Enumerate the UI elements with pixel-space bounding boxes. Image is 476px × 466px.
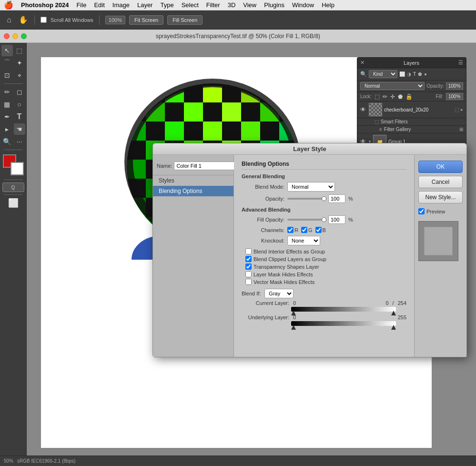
scroll-all-checkbox[interactable] bbox=[41, 17, 47, 23]
opacity-value-input[interactable] bbox=[328, 194, 345, 203]
layer-checkerboard[interactable]: 👁 checkerboard_20x20 ⬚ ▸ bbox=[357, 101, 466, 118]
fill-screen-button[interactable]: Fill Screen bbox=[167, 15, 203, 25]
blending-options-title: Blending Options bbox=[242, 161, 406, 170]
filter-gallery-row[interactable]: ≡ Filter Gallery ⊞ bbox=[357, 126, 466, 133]
channel-r-input[interactable] bbox=[287, 227, 294, 233]
menu-view[interactable]: View bbox=[243, 1, 256, 9]
menu-plugins[interactable]: Plugins bbox=[264, 1, 284, 9]
fit-screen-button[interactable]: Fit Screen bbox=[129, 15, 163, 25]
svg-rect-22 bbox=[165, 122, 184, 141]
shape-icon[interactable]: ⬟ bbox=[418, 71, 422, 77]
menu-window[interactable]: Window bbox=[292, 1, 314, 9]
transparency-shapes-checkbox[interactable] bbox=[245, 263, 252, 270]
channel-g-checkbox[interactable]: G bbox=[301, 227, 313, 233]
more-tools[interactable]: ··· bbox=[14, 136, 25, 147]
blend-mode-select[interactable]: Normal bbox=[360, 82, 425, 90]
smart-filters-label: Smart Filters bbox=[381, 119, 408, 124]
gradient-tool[interactable]: ▦ bbox=[1, 99, 13, 110]
menu-help[interactable]: Help bbox=[322, 1, 334, 9]
sidebar-blending-options[interactable]: Blending Options bbox=[153, 186, 233, 196]
blend-clipped-checkbox[interactable] bbox=[245, 256, 252, 262]
svg-rect-17 bbox=[241, 102, 260, 122]
layer-mask-icon[interactable]: ⬚ bbox=[455, 107, 459, 112]
quick-mask-tool[interactable]: Q bbox=[2, 182, 24, 192]
path-select-tool[interactable]: ▸ bbox=[1, 123, 13, 135]
knockout-select[interactable]: None Shallow Deep bbox=[287, 236, 320, 245]
smart-object-icon[interactable]: ● bbox=[424, 71, 427, 77]
menu-file[interactable]: File bbox=[76, 1, 86, 9]
lock-artboard-icon[interactable]: ⬟ bbox=[398, 93, 403, 100]
menu-type[interactable]: Type bbox=[160, 1, 173, 9]
maximize-button[interactable] bbox=[21, 33, 27, 39]
layers-panel-close-icon[interactable]: ✕ bbox=[360, 60, 365, 66]
lock-all-icon[interactable]: 🔒 bbox=[405, 93, 413, 100]
home-icon[interactable]: ⌂ bbox=[4, 15, 14, 25]
layer-mask-row: Layer Mask Hides Effects bbox=[245, 271, 406, 277]
crop-tool[interactable]: ⊡ bbox=[1, 70, 13, 81]
minimize-button[interactable] bbox=[12, 33, 18, 39]
close-button[interactable] bbox=[4, 33, 10, 39]
kind-select[interactable]: Kind bbox=[369, 70, 397, 78]
layer-mask-checkbox[interactable] bbox=[245, 271, 252, 277]
dodge-tool[interactable]: ○ bbox=[14, 99, 25, 110]
zoom-value[interactable]: 100% bbox=[105, 16, 125, 24]
blend-mode-dropdown[interactable]: Normal Multiply Screen bbox=[287, 182, 335, 192]
fill-opacity-input[interactable] bbox=[328, 215, 345, 224]
menu-layer[interactable]: Layer bbox=[137, 1, 153, 9]
cancel-button[interactable]: Cancel bbox=[418, 176, 463, 188]
opacity-thumb[interactable] bbox=[322, 196, 326, 201]
apple-menu[interactable]: 🍎 bbox=[4, 0, 13, 10]
ok-button[interactable]: OK bbox=[418, 161, 463, 173]
layers-panel-menu-icon[interactable]: ☰ bbox=[458, 60, 463, 66]
layers-panel-header[interactable]: ✕ Layers ☰ bbox=[357, 58, 466, 68]
menu-filter[interactable]: Filter bbox=[206, 1, 220, 9]
blend-interior-checkbox[interactable] bbox=[245, 248, 252, 254]
color-swatches bbox=[3, 154, 24, 175]
fill-opacity-slider[interactable] bbox=[287, 219, 325, 221]
opacity-input[interactable] bbox=[446, 82, 463, 90]
hand-tool-icon[interactable]: ✋ bbox=[18, 15, 29, 25]
pen-tool[interactable]: ✒ bbox=[1, 111, 13, 122]
brush-tool[interactable]: ✏ bbox=[1, 86, 13, 98]
opacity-slider[interactable] bbox=[287, 198, 325, 200]
pixel-icon[interactable]: ⬜ bbox=[399, 71, 405, 77]
lock-paint-icon[interactable]: ✏ bbox=[383, 93, 387, 100]
move-tool[interactable]: ↖ bbox=[1, 45, 13, 56]
text-tool[interactable]: T bbox=[14, 111, 25, 122]
lasso-tool[interactable]: ⌒ bbox=[1, 57, 13, 69]
eraser-tool[interactable]: ◻ bbox=[14, 86, 25, 98]
hand-tool[interactable]: ☚ bbox=[14, 123, 25, 135]
channel-g-input[interactable] bbox=[301, 227, 307, 233]
eyedropper-tool[interactable]: ⌖ bbox=[14, 70, 25, 81]
lock-label: Lock: bbox=[360, 94, 372, 99]
dialog-titlebar[interactable]: Layer Style bbox=[153, 143, 466, 155]
lock-position-icon[interactable]: ✛ bbox=[390, 93, 395, 100]
magic-wand-tool[interactable]: ✦ bbox=[14, 57, 25, 69]
layer-chevron-icon[interactable]: ▸ bbox=[461, 107, 463, 112]
preview-checkbox[interactable] bbox=[418, 208, 425, 214]
menu-edit[interactable]: Edit bbox=[94, 1, 104, 9]
opacity-label: Opacity: bbox=[426, 83, 444, 89]
filter-controls-icon[interactable]: ⊞ bbox=[459, 127, 463, 132]
menu-3d[interactable]: 3D bbox=[228, 1, 236, 9]
vector-mask-checkbox[interactable] bbox=[245, 279, 252, 285]
fill-input[interactable] bbox=[446, 93, 463, 100]
channel-b-checkbox[interactable]: B bbox=[315, 227, 326, 233]
underlying-layer-slider-row bbox=[242, 321, 406, 326]
menu-image[interactable]: Image bbox=[112, 1, 130, 9]
sidebar-styles[interactable]: Styles bbox=[153, 175, 233, 186]
select-tool[interactable]: ⬚ bbox=[14, 45, 25, 56]
zoom-tool[interactable]: 🔍 bbox=[1, 136, 13, 147]
layer-visibility-eye[interactable]: 👁 bbox=[360, 106, 367, 113]
adjustment-icon[interactable]: ◑ bbox=[407, 71, 411, 77]
background-color[interactable] bbox=[10, 162, 24, 175]
menu-select[interactable]: Select bbox=[182, 1, 199, 9]
fill-opacity-thumb[interactable] bbox=[322, 217, 326, 222]
lock-transparent-icon[interactable]: ⬚ bbox=[375, 93, 380, 100]
change-screen-mode[interactable]: ⬜ bbox=[8, 197, 19, 209]
channel-b-input[interactable] bbox=[315, 227, 322, 233]
new-style-button[interactable]: New Style... bbox=[418, 191, 463, 203]
blend-if-select[interactable]: Gray Red Green Blue bbox=[264, 289, 294, 298]
text-icon[interactable]: T bbox=[413, 71, 416, 77]
channel-r-checkbox[interactable]: R bbox=[287, 227, 298, 233]
